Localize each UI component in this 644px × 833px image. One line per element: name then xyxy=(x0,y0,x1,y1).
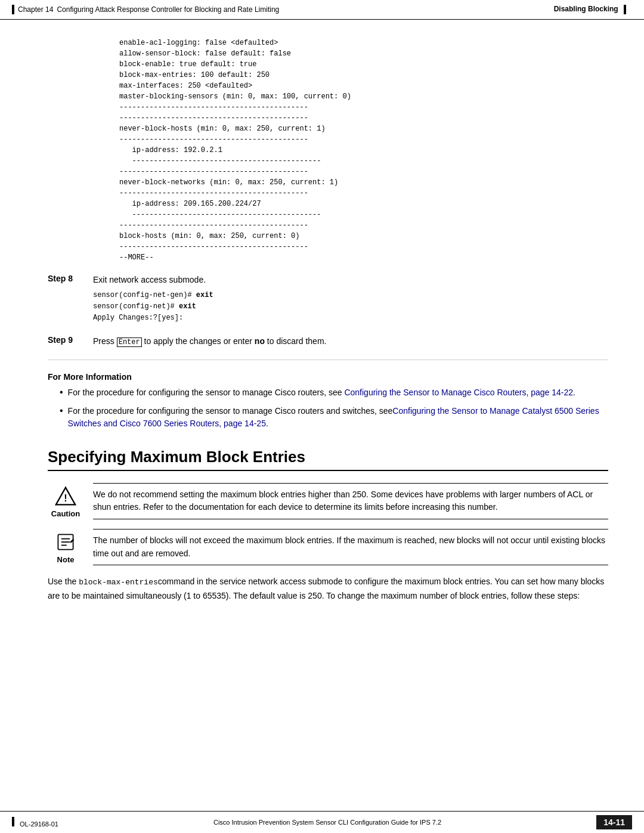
step8-code-line3: Apply Changes:?[yes]: xyxy=(93,312,608,324)
bullet-1-before: For the procedure for configuring the se… xyxy=(68,388,345,397)
header-right: Disabling Blocking xyxy=(554,5,626,14)
page-footer: OL-29168-01 Cisco Intrusion Prevention S… xyxy=(0,811,644,833)
footer-doc-number: OL-29168-01 xyxy=(20,820,58,828)
step8-container: Step 8 Exit network access submode. sens… xyxy=(48,274,608,324)
caution-icon-col: ! Caution xyxy=(48,483,83,518)
inline-code-command: block-max-entries xyxy=(79,578,158,587)
note-content: The number of blocks will not exceed the… xyxy=(93,529,608,565)
more-info-item-2: For the procedure for configuring the se… xyxy=(60,405,608,430)
page-number: 14-11 xyxy=(596,815,632,829)
step8-exit1: exit xyxy=(196,291,213,299)
footer-left: OL-29168-01 xyxy=(12,817,58,828)
caution-admonition: ! Caution We do not recommend setting th… xyxy=(48,483,608,519)
enter-key: Enter xyxy=(117,337,142,347)
header-right-bar xyxy=(624,5,626,14)
bullet-1-link[interactable]: Configuring the Sensor to Manage Cisco R… xyxy=(344,388,573,397)
body-paragraph: Use the block-max-entriescommand in the … xyxy=(48,575,608,602)
note-label: Note xyxy=(57,555,75,564)
note-icon-col: Note xyxy=(48,529,83,564)
step8-code: sensor(config-net-gen)# exit sensor(conf… xyxy=(93,290,608,324)
code-block: enable-acl-logging: false <defaulted> al… xyxy=(119,38,608,263)
step8-exit2: exit xyxy=(179,302,196,311)
more-info-section: For More Information For the procedure f… xyxy=(48,372,608,430)
chapter-title: Configuring Attack Response Controller f… xyxy=(57,5,279,14)
step8-label: Step 8 xyxy=(48,274,83,324)
section-label: Disabling Blocking xyxy=(554,5,618,13)
step8-content: Exit network access submode. sensor(conf… xyxy=(93,274,608,324)
caution-label: Caution xyxy=(51,509,80,518)
body-text-before: Use the xyxy=(48,577,79,586)
page-header: Chapter 14 Configuring Attack Response C… xyxy=(0,0,644,20)
step9-label: Step 9 xyxy=(48,335,83,348)
footer-bar xyxy=(12,817,14,826)
caution-content: We do not recommend setting the maximum … xyxy=(93,483,608,519)
note-admonition: Note The number of blocks will not excee… xyxy=(48,529,608,565)
bullet-1-after: . xyxy=(573,388,575,397)
main-content: enable-acl-logging: false <defaulted> al… xyxy=(0,20,644,659)
header-bar xyxy=(12,5,14,14)
bullet-2-after: . xyxy=(266,419,268,428)
footer-center: Cisco Intrusion Prevention System Sensor… xyxy=(58,819,596,826)
bullet-2-text: For the procedure for configuring the se… xyxy=(68,405,608,430)
more-info-title: For More Information xyxy=(48,372,608,382)
step9-content: Press Enter to apply the changes or ente… xyxy=(93,335,608,348)
more-info-item-1: For the procedure for configuring the se… xyxy=(60,386,608,399)
no-keyword: no xyxy=(255,336,265,346)
header-left: Chapter 14 Configuring Attack Response C… xyxy=(12,5,279,14)
section-divider xyxy=(48,360,608,360)
note-icon xyxy=(55,531,76,553)
chapter-label: Chapter 14 xyxy=(18,5,53,14)
step8-code-line2: sensor(config-net)# exit xyxy=(93,301,608,312)
svg-text:!: ! xyxy=(64,493,67,503)
bullet-1-text: For the procedure for configuring the se… xyxy=(68,386,575,399)
bullet-2-before: For the procedure for configuring the se… xyxy=(68,406,393,416)
caution-icon: ! xyxy=(55,485,76,507)
more-info-list: For the procedure for configuring the se… xyxy=(48,386,608,430)
step9-container: Step 9 Press Enter to apply the changes … xyxy=(48,335,608,348)
section-heading: Specifying Maximum Block Entries xyxy=(48,448,608,471)
step8-code-line1: sensor(config-net-gen)# exit xyxy=(93,290,608,301)
step8-text: Exit network access submode. xyxy=(93,274,608,286)
